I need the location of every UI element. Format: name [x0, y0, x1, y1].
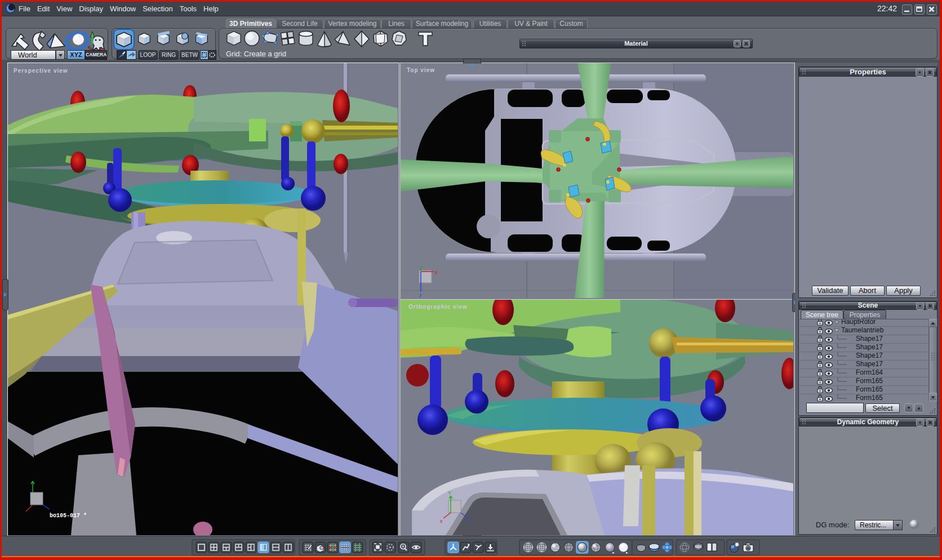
svg-text:X: X [434, 270, 438, 275]
svg-text:Perspective view: Perspective view [14, 68, 68, 74]
svg-text:Top view: Top view [407, 67, 435, 73]
svg-text:z: z [419, 292, 422, 298]
svg-text:Y: Y [448, 490, 451, 496]
svg-text:Orthographic view: Orthographic view [408, 304, 468, 310]
svg-text:z: z [469, 517, 472, 523]
svg-text:bo105-017 *: bo105-017 * [50, 513, 87, 519]
svg-text:x: x [440, 518, 443, 524]
